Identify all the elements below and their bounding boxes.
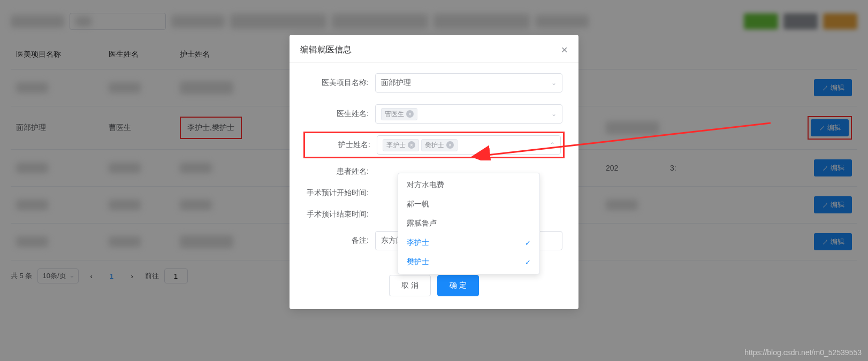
tag-remove-icon[interactable]: × bbox=[446, 141, 454, 149]
dropdown-option[interactable]: 李护士✓ bbox=[398, 233, 539, 252]
modal-overlay: 编辑就医信息 ✕ 医美项目名称: 面部护理 ⌄ 医生姓名: 曹医生× ⌄ bbox=[0, 0, 868, 361]
doctor-select[interactable]: 曹医生× ⌄ bbox=[375, 104, 562, 124]
nurse-tag: 樊护士× bbox=[421, 139, 458, 151]
tag-remove-icon[interactable]: × bbox=[408, 141, 415, 149]
label-doctor: 医生姓名: bbox=[306, 109, 375, 119]
label-nurse: 护士姓名: bbox=[307, 140, 377, 150]
watermark: https://blog.csdn.net/m0_52539553 bbox=[744, 348, 862, 357]
label-remark: 备注: bbox=[306, 236, 375, 245]
dropdown-option[interactable]: 对方水电费 bbox=[398, 175, 539, 195]
close-icon[interactable]: ✕ bbox=[561, 45, 568, 55]
label-start-time: 手术预计开始时间: bbox=[306, 188, 375, 198]
cancel-button[interactable]: 取 消 bbox=[389, 275, 431, 296]
ok-button[interactable]: 确 定 bbox=[437, 275, 479, 296]
label-project: 医美项目名称: bbox=[306, 78, 375, 88]
dialog-title: 编辑就医信息 bbox=[300, 44, 352, 56]
label-patient: 患者姓名: bbox=[306, 167, 375, 176]
chevron-down-icon: ⌄ bbox=[551, 79, 557, 87]
check-icon: ✓ bbox=[525, 239, 531, 247]
nurse-select[interactable]: 李护士× 樊护士× ⌃ bbox=[377, 135, 561, 155]
chevron-up-icon: ⌃ bbox=[550, 141, 555, 149]
chevron-down-icon: ⌄ bbox=[551, 110, 557, 118]
tag-remove-icon[interactable]: × bbox=[406, 110, 414, 118]
dropdown-option[interactable]: 樊护士✓ bbox=[398, 252, 539, 272]
doctor-tag: 曹医生× bbox=[381, 108, 417, 120]
edit-dialog: 编辑就医信息 ✕ 医美项目名称: 面部护理 ⌄ 医生姓名: 曹医生× ⌄ bbox=[290, 35, 578, 309]
nurse-dropdown: 对方水电费 郝一帆 露腻鲁卢 李护士✓ 樊护士✓ bbox=[398, 173, 540, 274]
project-select[interactable]: 面部护理 ⌄ bbox=[375, 73, 562, 93]
label-end-time: 手术预计结束时间: bbox=[306, 210, 375, 219]
check-icon: ✓ bbox=[525, 258, 531, 266]
dropdown-option[interactable]: 露腻鲁卢 bbox=[398, 214, 539, 233]
dropdown-option[interactable]: 郝一帆 bbox=[398, 195, 539, 214]
nurse-tag: 李护士× bbox=[383, 139, 419, 151]
